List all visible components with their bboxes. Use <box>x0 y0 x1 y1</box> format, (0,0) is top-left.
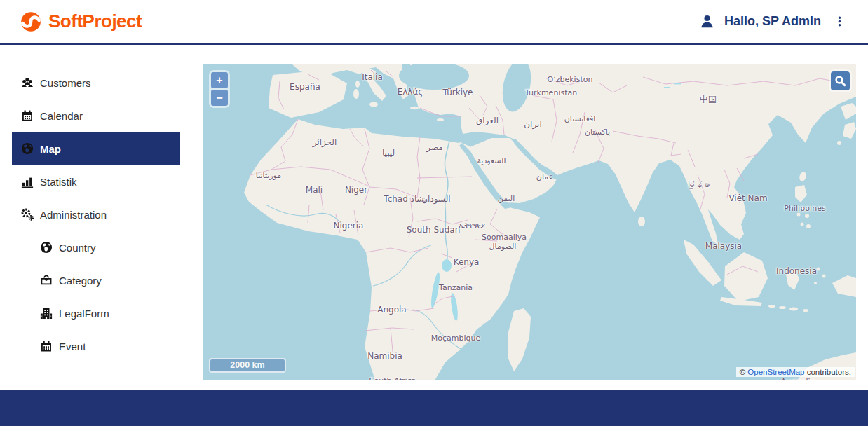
user-greeting: Hallo, SP Admin <box>724 14 821 29</box>
map-country-label: اليمن <box>498 194 515 203</box>
attribution-suffix: contributors. <box>805 368 851 376</box>
chart-icon <box>21 175 34 188</box>
sidebar-item-customers[interactable]: Customers <box>12 67 180 99</box>
map-country-label: مصر <box>426 142 442 152</box>
gears-icon <box>21 208 34 221</box>
map-country-label: الصومال <box>489 242 517 251</box>
map-country-label: Türkiye <box>443 88 473 97</box>
zoom-out-button[interactable]: − <box>211 90 228 106</box>
map-country-label: عمان <box>536 172 553 181</box>
sidebar-item-label: Statistik <box>40 176 77 188</box>
sidebar-item-country[interactable]: Country <box>12 231 180 263</box>
map-country-label: Namibia <box>367 351 402 361</box>
map-country-label: السعودية <box>477 156 506 165</box>
map-country-label: ليبيا <box>382 148 395 158</box>
map-country-label: Philippines <box>784 204 825 213</box>
map-country-label: العراق <box>476 116 499 125</box>
sidebar-item-calendar[interactable]: Calendar <box>12 99 180 132</box>
sidebar-nav: Customers Calendar Map Statistik Adminis… <box>0 47 203 390</box>
header: SoftProject Hallo, SP Admin <box>0 0 868 45</box>
attribution: © OpenStreetMap contributors. <box>736 367 855 377</box>
header-right: Hallo, SP Admin <box>700 14 848 29</box>
softproject-logo-icon <box>20 11 42 33</box>
map-country-label: Ελλάς <box>398 87 423 97</box>
sidebar-item-label: Calendar <box>40 110 83 122</box>
map-country-label: Kenya <box>454 257 480 267</box>
app-window: SoftProject Hallo, SP Admin Customers Ca… <box>0 0 868 426</box>
users-icon <box>21 76 34 89</box>
map-country-label: Türkmenistan <box>525 88 577 97</box>
attribution-prefix: © <box>740 368 748 376</box>
user-icon <box>700 14 714 29</box>
map-country-label: မြန်မာ <box>687 181 710 190</box>
map-country-label: Indonesia <box>776 266 817 276</box>
tray-icon <box>40 274 53 287</box>
map-country-label: باکستان <box>585 128 610 137</box>
sidebar-item-label: Category <box>59 275 102 287</box>
map-country-label: موريتانيا <box>256 171 281 180</box>
map-country-label: Malaysia <box>705 241 742 251</box>
sidebar-item-label: Customers <box>40 77 91 89</box>
search-button[interactable] <box>831 71 850 90</box>
osm-link[interactable]: OpenStreetMap <box>747 368 804 376</box>
map-country-label: Tanzania <box>439 283 473 292</box>
map-country-label: Soomaaliya <box>482 233 527 242</box>
map-country-label: السودان <box>421 194 450 204</box>
footer-bar <box>0 390 868 426</box>
sidebar-item-label: Administration <box>40 209 107 221</box>
calendar-icon <box>40 340 53 352</box>
sidebar-item-legalform[interactable]: LegalForm <box>12 297 180 329</box>
map-country-label: 中国 <box>700 94 717 106</box>
map-country-label: الجزائر <box>313 137 337 147</box>
map-country-label: Mali <box>306 185 323 195</box>
sidebar-item-label: LegalForm <box>59 308 109 320</box>
zoom-in-button[interactable]: + <box>211 72 228 88</box>
map-country-label: Niger <box>345 185 367 195</box>
sidebar-item-event[interactable]: Event <box>12 330 180 362</box>
sidebar-item-statistik[interactable]: Statistik <box>12 165 180 198</box>
calendar-icon <box>21 109 34 122</box>
sidebar-item-label: Country <box>59 242 96 254</box>
scale-bar: 2000 km <box>209 358 286 373</box>
zoom-control: + − <box>209 70 230 108</box>
sidebar-item-map[interactable]: Map <box>12 132 180 165</box>
map-country-label: ايران <box>524 119 541 129</box>
map-viewport[interactable]: EspañaItaliaΕλλάςTürkiyeOʻzbekistonTürkm… <box>203 64 856 380</box>
map-country-label: Việt Nam <box>728 193 767 203</box>
map-country-label: ኢትዮጵያ <box>459 221 485 230</box>
search-icon <box>834 75 846 87</box>
softproject-logo[interactable]: SoftProject <box>20 11 142 33</box>
sidebar-item-label: Event <box>59 341 86 352</box>
map-country-label: South Sudan <box>407 225 461 235</box>
map-country-label: Australia <box>781 377 815 381</box>
map-country-label: Tchad تشاد <box>384 194 426 204</box>
map-country-label: Oʻzbekiston <box>548 75 593 84</box>
sidebar-item-administration[interactable]: Administration <box>12 198 180 231</box>
map-country-label: Italia <box>362 72 383 82</box>
map-labels-layer: EspañaItaliaΕλλάςTürkiyeOʻzbekistonTürkm… <box>203 64 856 380</box>
map-country-label: Nigeria <box>334 221 364 231</box>
globe-icon <box>40 241 53 254</box>
map-country-label: افغانستان <box>564 114 596 123</box>
map-country-label: South Africa <box>369 376 416 381</box>
map-country-label: España <box>290 82 320 92</box>
logo-text: SoftProject <box>48 11 142 32</box>
globe-icon <box>21 142 34 155</box>
map-country-label: Angola <box>377 305 406 315</box>
sidebar-item-category[interactable]: Category <box>12 264 180 296</box>
kebab-menu-icon[interactable] <box>831 14 848 29</box>
building-icon <box>40 307 53 320</box>
sidebar-item-label: Map <box>40 143 61 155</box>
map-country-label: Moçambique <box>431 334 481 343</box>
